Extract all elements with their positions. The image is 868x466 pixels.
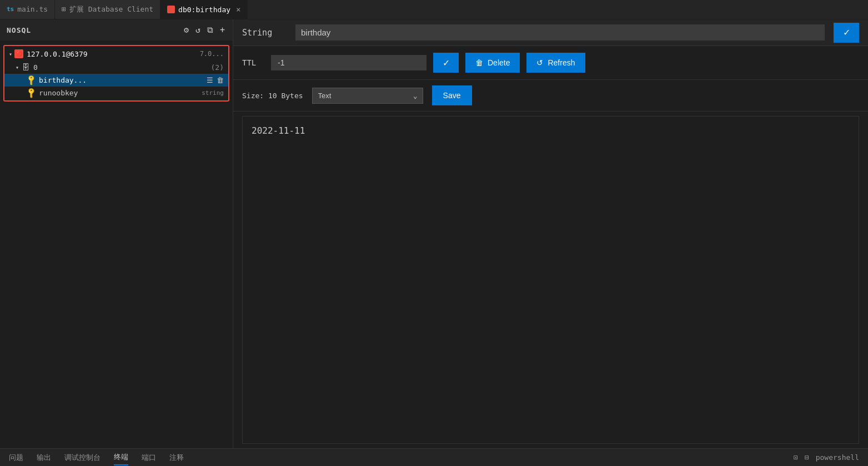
db-chevron: ▾: [16, 64, 19, 70]
key-header: String ✓: [233, 19, 868, 46]
redis-server-icon: 🔴: [14, 49, 23, 58]
sidebar-title: NOSQL: [7, 26, 31, 34]
key-icon-gold: 🔑: [25, 87, 37, 99]
bottom-tab-ports[interactable]: 端口: [142, 450, 156, 465]
key-icon-white: 🔑: [25, 74, 37, 87]
powershell-label: powershell: [816, 453, 859, 462]
split-icon[interactable]: ⊟: [805, 453, 809, 462]
sidebar-refresh-icon[interactable]: ↺: [194, 24, 202, 36]
sidebar-header: NOSQL ⚙ ↺ ⧉ +: [0, 19, 233, 40]
tab-db0-birthday-label: db0:birthday: [178, 6, 230, 14]
tab-database-client-label: 扩展 Database Client: [69, 4, 153, 14]
save-button[interactable]: Save: [432, 85, 472, 105]
tab-db0-birthday[interactable]: db0:birthday ×: [160, 0, 248, 19]
runoobkey-badge: string: [202, 89, 224, 97]
layout-icon[interactable]: ⊡: [794, 453, 798, 462]
menu-icon[interactable]: ☰: [207, 76, 213, 84]
right-panel: String ✓ TTL ✓ 🗑 Delete ↺ Refresh Size: …: [233, 19, 868, 448]
birthday-label: birthday...: [39, 76, 207, 84]
key-name-input[interactable]: [295, 24, 825, 40]
format-select-wrapper: Text JSON Base64 Hex: [312, 88, 423, 104]
key-node-runoobkey[interactable]: 🔑 runoobkey string: [4, 87, 228, 99]
sidebar: NOSQL ⚙ ↺ ⧉ + ▾ 🔴 127.0.0.1@6379 7.0...: [0, 19, 233, 448]
server-group-border: ▾ 🔴 127.0.0.1@6379 7.0... ▾ 🗄 0 (2) 🔑 bi…: [3, 45, 229, 102]
add-icon[interactable]: +: [219, 24, 226, 36]
ttl-confirm-button[interactable]: ✓: [433, 53, 459, 73]
delete-key-icon[interactable]: 🗑: [217, 76, 224, 84]
ttl-label: TTL: [242, 58, 264, 67]
refresh-label: Refresh: [548, 58, 575, 67]
ts-badge: ts: [7, 6, 14, 13]
server-node[interactable]: ▾ 🔴 127.0.0.1@6379 7.0...: [4, 47, 228, 60]
main-area: NOSQL ⚙ ↺ ⧉ + ▾ 🔴 127.0.0.1@6379 7.0...: [0, 19, 868, 448]
birthday-actions: ☰ 🗑: [207, 76, 224, 84]
key-name-confirm-button[interactable]: ✓: [834, 23, 859, 43]
ttl-input[interactable]: [271, 55, 427, 70]
bottom-tab-comments[interactable]: 注释: [169, 450, 184, 465]
key-type-label: String: [242, 28, 287, 38]
bottom-tab-problems[interactable]: 问题: [9, 450, 23, 465]
db-node[interactable]: ▾ 🗄 0 (2): [4, 60, 228, 74]
bottom-tab-debug-console[interactable]: 调试控制台: [64, 450, 101, 465]
tree: ▾ 🔴 127.0.0.1@6379 7.0... ▾ 🗄 0 (2) 🔑 bi…: [0, 40, 233, 448]
tab-main-ts-label: main.ts: [17, 5, 48, 13]
size-label: Size: 10 Bytes: [242, 92, 303, 100]
bottom-tab-terminal[interactable]: 终端: [114, 450, 128, 465]
db-count: (2): [211, 63, 224, 72]
delete-icon: 🗑: [475, 58, 483, 67]
redis-tab-icon: [167, 6, 175, 13]
db-label: 0: [33, 63, 208, 72]
db-icon: 🗄: [21, 63, 30, 72]
runoobkey-label: runoobkey: [39, 89, 198, 97]
delete-button[interactable]: 🗑 Delete: [465, 53, 520, 73]
refresh-icon: ↺: [536, 58, 543, 67]
content-area: Size: 10 Bytes Text JSON Base64 Hex Save: [233, 80, 868, 112]
bottom-panel: 问题 输出 调试控制台 终端 端口 注释 ⊡ ⊟ powershell: [0, 448, 868, 466]
key-node-birthday[interactable]: 🔑 birthday... ☰ 🗑: [4, 74, 228, 87]
tab-main-ts[interactable]: ts main.ts: [0, 0, 55, 19]
ttl-row: TTL ✓ 🗑 Delete ↺ Refresh: [233, 46, 868, 80]
copy-icon[interactable]: ⧉: [206, 24, 214, 36]
tab-bar: ts main.ts ⊞ 扩展 Database Client db0:birt…: [0, 0, 868, 19]
bottom-tab-output[interactable]: 输出: [37, 450, 51, 465]
delete-label: Delete: [488, 58, 510, 67]
value-editor[interactable]: 2022-11-11: [242, 116, 859, 444]
bottom-right: ⊡ ⊟ powershell: [794, 453, 859, 462]
format-select[interactable]: Text JSON Base64 Hex: [312, 88, 423, 104]
gear-icon[interactable]: ⚙: [183, 24, 190, 36]
server-label: 127.0.0.1@6379: [27, 50, 197, 58]
database-client-icon: ⊞: [62, 5, 66, 13]
sidebar-header-icons: ⚙ ↺ ⧉ +: [183, 24, 226, 36]
close-tab-button[interactable]: ×: [236, 5, 240, 14]
server-chevron: ▾: [9, 51, 12, 57]
tab-database-client[interactable]: ⊞ 扩展 Database Client: [55, 0, 160, 19]
server-version: 7.0...: [200, 50, 224, 58]
refresh-button[interactable]: ↺ Refresh: [526, 53, 585, 73]
